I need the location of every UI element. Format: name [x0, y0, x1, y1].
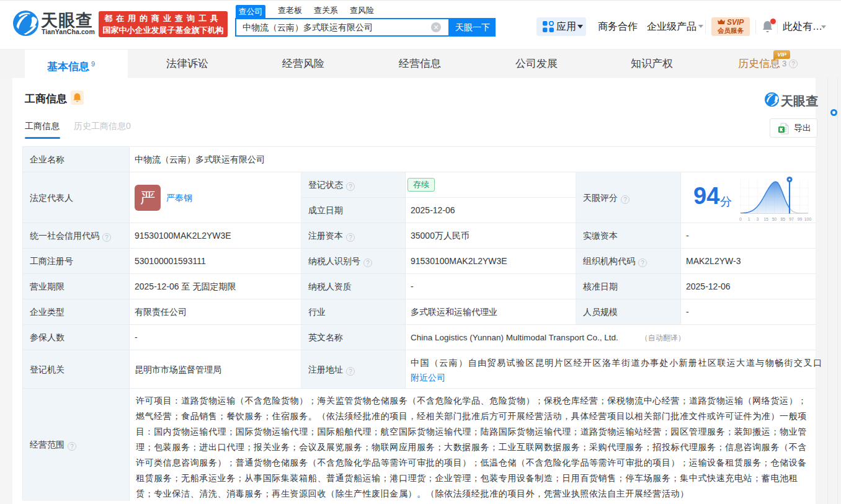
svg-text:0: 0	[739, 217, 742, 221]
svg-text:3: 3	[756, 217, 759, 221]
svg-text:1: 1	[748, 217, 750, 221]
svg-text:15: 15	[763, 217, 768, 221]
svg-text:50: 50	[772, 217, 777, 221]
svg-text:99: 99	[798, 217, 803, 221]
svg-text:100: 100	[804, 217, 812, 221]
svg-text:85: 85	[781, 217, 786, 221]
svg-text:97: 97	[789, 217, 794, 221]
